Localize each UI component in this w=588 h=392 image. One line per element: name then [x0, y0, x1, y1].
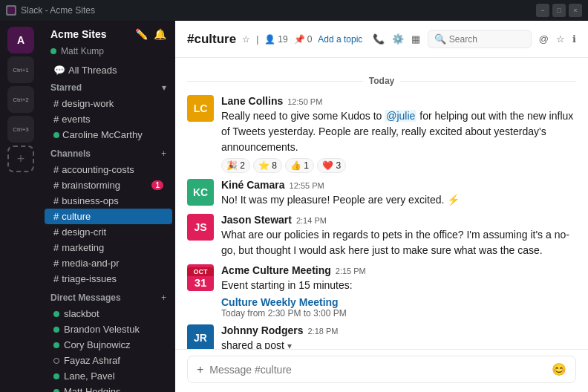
brandon-dot: [53, 327, 59, 333]
date-label: Today: [369, 76, 394, 86]
info-icon[interactable]: ℹ: [572, 33, 576, 45]
member-count: |: [256, 34, 258, 45]
messages-area: Today LC Lane Collins 12:50 PM Really ne…: [175, 58, 588, 349]
workspace-num-1[interactable]: Ctrl+1: [7, 56, 34, 83]
sidebar-item-events[interactable]: # events: [45, 111, 172, 127]
titlebar-title: Slack - Acme Sites: [21, 5, 95, 16]
dm-slackbot[interactable]: slackbot: [45, 306, 172, 321]
cory-label: Cory Bujnowicz: [64, 339, 131, 350]
starred-label: Starred: [50, 82, 82, 93]
message-jason1: JS Jason Stewart 2:14 PM What are our po…: [175, 211, 588, 261]
all-threads-label: All Threads: [68, 65, 117, 76]
jason1-header: Jason Stewart 2:14 PM: [221, 214, 576, 226]
dm-lane[interactable]: Lane, Pavel: [45, 368, 172, 384]
people-icon: 👤: [264, 34, 275, 45]
event-time: Today from 2:30 PM to 3:00 PM: [221, 308, 576, 318]
phone-icon[interactable]: 📞: [373, 33, 385, 45]
starred-chevron-icon: ▾: [162, 82, 166, 93]
maximize-button[interactable]: □: [552, 4, 566, 17]
dm-section-header[interactable]: Direct Messages +: [42, 290, 175, 306]
minimize-button[interactable]: −: [536, 4, 549, 17]
sidebar-item-caroline[interactable]: Caroline McCarthy: [45, 127, 172, 143]
sidebar-item-culture[interactable]: # culture: [45, 209, 172, 224]
hash-icon: #: [53, 273, 59, 284]
workspace-num-3[interactable]: Ctrl+3: [7, 116, 34, 143]
at-icon[interactable]: @: [539, 33, 549, 45]
channel-header: #culture ☆ | 👤 19 📌 0 Add a topic 📞: [175, 21, 588, 58]
edit-icon[interactable]: ✏️: [135, 28, 148, 40]
dm-matt[interactable]: Matt Hodgins: [45, 384, 172, 392]
slackbot-dot: [53, 311, 59, 317]
channels-label: Channels: [50, 148, 91, 159]
sidebar-item-marketing[interactable]: # marketing: [45, 240, 172, 255]
calendar-text: Event starting in 15 minutes:: [221, 278, 576, 293]
lane-header: Lane Collins 12:50 PM: [221, 95, 576, 107]
reaction-star[interactable]: ⭐ 8: [253, 158, 282, 173]
lane-text-before: Really need to give some Kudos to: [221, 110, 385, 122]
marketing-left: # marketing: [53, 242, 104, 253]
lane-mention[interactable]: @julie: [385, 110, 416, 122]
channel-name: #culture: [187, 32, 236, 47]
calendar-avatar: OCT 31: [187, 264, 214, 291]
bookmark-icon[interactable]: ☆: [556, 33, 565, 45]
event-title[interactable]: Culture Weekly Meeting: [221, 296, 576, 308]
johnny-content: Johnny Rodgers 2:18 PM shared a post ▾ 📄…: [221, 324, 576, 349]
reaction-party[interactable]: 🎉 2: [221, 158, 250, 173]
design-work-left: # design-work: [53, 98, 114, 109]
layout-icon[interactable]: ▦: [411, 33, 420, 45]
bell-icon[interactable]: 🔔: [154, 28, 166, 40]
sidebar-item-business-ops[interactable]: # business-ops: [45, 193, 172, 209]
dm-cory[interactable]: Cory Bujnowicz: [45, 337, 172, 353]
user-status-dot: [50, 48, 56, 54]
johnny-header: Johnny Rodgers 2:18 PM: [221, 324, 576, 336]
media-pr-label: media-and-pr: [62, 258, 119, 269]
search-input[interactable]: [449, 34, 525, 45]
workspace-icon[interactable]: A: [7, 27, 34, 53]
reaction-thumbs[interactable]: 👍 1: [285, 158, 314, 173]
all-threads-item[interactable]: 💬 All Threads: [45, 62, 172, 78]
close-button[interactable]: ×: [569, 4, 582, 17]
events-label: events: [62, 114, 90, 125]
kine-content: Kiné Camara 12:55 PM No! It was my pleas…: [221, 179, 576, 208]
sidebar-item-triage-issues[interactable]: # triage-issues: [45, 271, 172, 287]
sidebar-item-brainstorming[interactable]: # brainstorming 1: [45, 177, 172, 193]
reaction-heart[interactable]: ❤️ 3: [317, 158, 346, 173]
sidebar-item-design-work[interactable]: # design-work: [45, 96, 172, 111]
message-input-area: + 😊: [175, 349, 588, 392]
workspace-num-2[interactable]: Ctrl+2: [7, 86, 34, 113]
window-controls[interactable]: − □ ×: [536, 4, 582, 17]
design-crit-left: # design-crit: [53, 226, 106, 238]
plus-icon[interactable]: +: [197, 363, 203, 376]
add-workspace-button[interactable]: +: [7, 146, 34, 172]
dm-fayaz[interactable]: Fayaz Ashraf: [45, 353, 172, 368]
dm-brandon[interactable]: Brandon Velestuk: [45, 321, 172, 337]
emoji-icon[interactable]: 😊: [552, 362, 566, 376]
star-icon[interactable]: ☆: [242, 34, 250, 45]
brainstorming-badge: 1: [151, 180, 163, 190]
lane-reactions: 🎉 2 ⭐ 8 👍 1 ❤️ 3: [221, 158, 576, 173]
sidebar-item-design-crit[interactable]: # design-crit: [45, 224, 172, 240]
media-pr-left: # media-and-pr: [53, 258, 120, 269]
hash-icon: #: [53, 164, 59, 175]
message-input[interactable]: [209, 364, 546, 376]
hash-icon: #: [53, 211, 59, 222]
channels-section-header[interactable]: Channels +: [42, 146, 175, 162]
sidebar-item-accounting-costs[interactable]: # accounting-costs: [45, 162, 172, 177]
gear-icon[interactable]: ⚙️: [392, 33, 404, 45]
search-box[interactable]: 🔍: [428, 30, 532, 48]
hash-icon: #: [53, 195, 59, 206]
channels-section: Channels + # accounting-costs # brainsto…: [42, 144, 175, 288]
business-ops-label: business-ops: [62, 195, 119, 206]
channel-sidebar: Acme Sites ✏️ 🔔 Matt Kump 💬 All Threads …: [42, 21, 175, 392]
fayaz-label: Fayaz Ashraf: [64, 355, 120, 366]
calendar-month: OCT: [187, 267, 214, 276]
jason1-content: Jason Stewart 2:14 PM What are our polic…: [221, 214, 576, 258]
design-crit-label: design-crit: [62, 226, 106, 238]
add-topic-button[interactable]: Add a topic: [318, 34, 362, 45]
sidebar-user: Matt Kump: [42, 45, 175, 62]
hash-icon: #: [53, 226, 59, 238]
sidebar-header: Acme Sites ✏️ 🔔: [42, 21, 175, 45]
starred-section-header[interactable]: Starred ▾: [42, 79, 175, 96]
sidebar-item-media-and-pr[interactable]: # media-and-pr: [45, 255, 172, 271]
starred-section: Starred ▾ # design-work # events Carolin…: [42, 78, 175, 144]
